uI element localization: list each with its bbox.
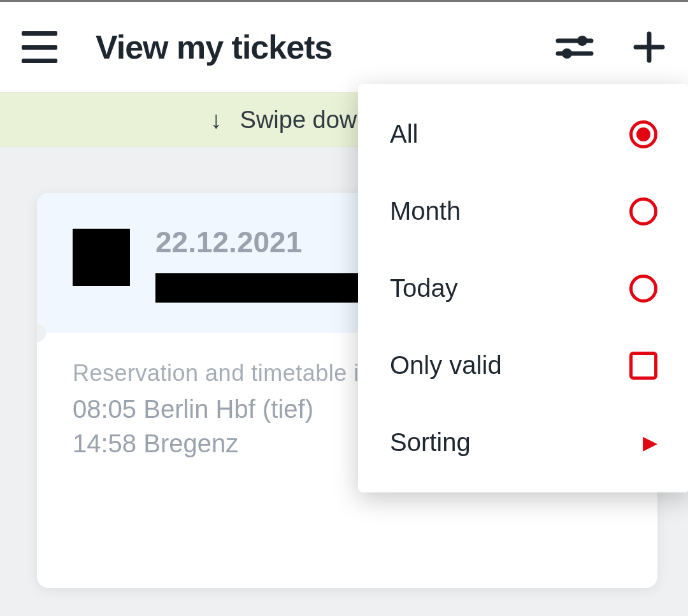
ticket-date: 22.12.2021 bbox=[155, 225, 359, 259]
filter-option-all[interactable]: All bbox=[358, 96, 688, 173]
ticket-type-icon bbox=[73, 229, 130, 286]
svg-point-3 bbox=[562, 48, 572, 59]
radio-icon bbox=[629, 120, 657, 148]
svg-point-2 bbox=[577, 36, 587, 46]
top-bar: View my tickets bbox=[0, 0, 688, 92]
chevron-right-icon: ▶ bbox=[643, 431, 657, 454]
filter-option-month[interactable]: Month bbox=[358, 173, 688, 250]
checkbox-icon bbox=[629, 352, 657, 380]
filter-option-only-valid[interactable]: Only valid bbox=[358, 327, 688, 404]
filter-option-sorting[interactable]: Sorting ▶ bbox=[358, 404, 688, 481]
menu-icon[interactable] bbox=[22, 31, 57, 63]
filter-option-label: Only valid bbox=[390, 351, 502, 380]
filter-option-label: Today bbox=[390, 274, 458, 303]
filter-settings-icon[interactable] bbox=[555, 32, 594, 62]
filter-option-label: All bbox=[390, 120, 418, 148]
arrow-down-icon: ↓ bbox=[210, 106, 222, 134]
radio-icon bbox=[629, 197, 657, 226]
radio-icon bbox=[629, 275, 657, 303]
page-title: View my tickets bbox=[96, 28, 517, 66]
filter-menu: All Month Today Only valid Sorting ▶ bbox=[358, 84, 688, 492]
add-icon[interactable] bbox=[632, 30, 666, 64]
ticket-name-redacted bbox=[155, 273, 359, 303]
filter-option-label: Month bbox=[390, 197, 461, 226]
filter-option-label: Sorting bbox=[390, 428, 471, 457]
filter-option-today[interactable]: Today bbox=[358, 250, 688, 327]
